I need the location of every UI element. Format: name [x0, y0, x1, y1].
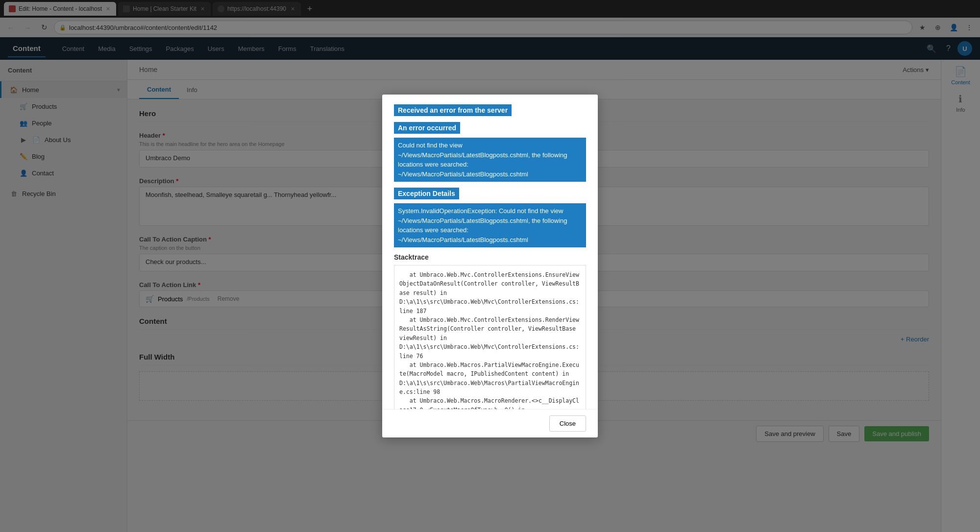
modal-close-button[interactable]: Close — [549, 415, 586, 432]
modal-overlay[interactable]: Received an error from the server An err… — [0, 0, 980, 532]
modal-footer: Close — [382, 409, 598, 437]
exception-label: Exception Details — [394, 188, 459, 199]
error-modal: Received an error from the server An err… — [382, 95, 598, 437]
error-message: Could not find the view ~/Views/MacroPar… — [394, 138, 586, 182]
error-title: Received an error from the server — [394, 104, 512, 116]
modal-body: Received an error from the server An err… — [382, 95, 598, 409]
stacktrace-box[interactable]: at Umbraco.Web.Mvc.ControllerExtensions.… — [394, 265, 586, 409]
exception-text: System.InvalidOperationException: Could … — [394, 203, 586, 247]
error-subtitle: An error occurred — [394, 122, 460, 134]
stacktrace-label: Stacktrace — [394, 253, 586, 261]
